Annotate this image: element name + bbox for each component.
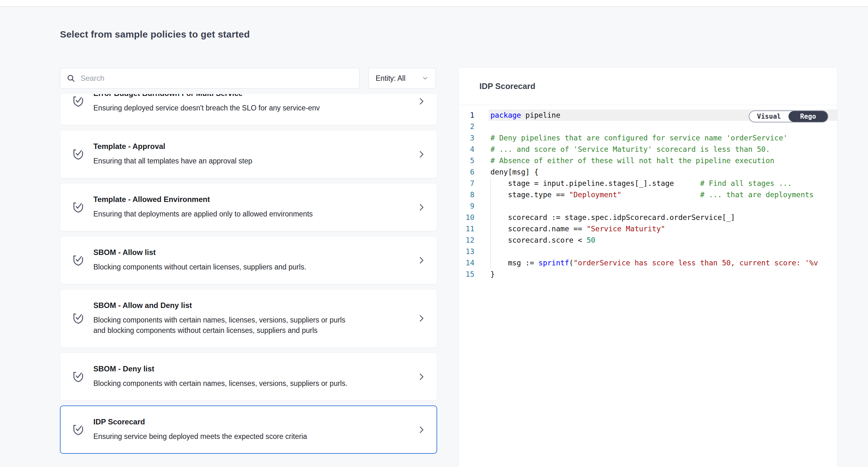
line-number: 14 [459, 257, 489, 268]
code-line: 14 msg := sprintf("orderService has scor… [459, 257, 837, 268]
line-text [489, 200, 837, 212]
chevron-right-icon [417, 150, 426, 159]
line-text [489, 121, 837, 132]
line-text: scorecard.name == "Service Maturity" [489, 223, 837, 234]
policy-title: Template - Allowed Environment [93, 195, 410, 204]
policy-shield-check-icon [71, 253, 85, 267]
line-text: # Absence of either of these will not ha… [489, 155, 837, 166]
line-number: 4 [459, 144, 489, 155]
policy-shield-check-icon [71, 147, 85, 161]
policy-title: IDP Scorecard [93, 417, 410, 426]
search-icon [67, 74, 75, 83]
line-text: msg := sprintf("orderService has score l… [489, 257, 837, 268]
code-line: 12 scorecard.score < 50 [459, 234, 837, 246]
code-line: 7 stage = input.pipeline.stages[_].stage… [459, 178, 837, 189]
policy-shield-check-icon [71, 94, 85, 108]
line-number: 12 [459, 234, 489, 246]
code-lines: 1 package pipeline 2 3 # Deny pipelines … [459, 110, 837, 280]
code-line: 15 } [459, 268, 837, 280]
code-line: 6 deny[msg] { [459, 166, 837, 178]
line-text: deny[msg] { [489, 166, 837, 178]
policy-card[interactable]: SBOM - Deny list Blocking components wit… [60, 352, 437, 401]
code-line: 5 # Absence of either of these will not … [459, 155, 837, 166]
policy-shield-check-icon [71, 312, 85, 325]
policy-card[interactable]: SBOM - Allow and Deny list Blocking comp… [60, 289, 437, 348]
entity-filter-dropdown[interactable]: Entity: All [368, 68, 436, 89]
line-text: } [489, 268, 837, 280]
toggle-visual-button[interactable]: Visual [749, 111, 788, 122]
policy-list: Error Budget Burndown For Multi Service … [60, 94, 437, 467]
policy-description: Ensuring service being deployed meets th… [93, 431, 351, 442]
code-line: 11 scorecard.name == "Service Maturity" [459, 223, 837, 234]
search-input[interactable] [81, 74, 353, 83]
line-number: 7 [459, 178, 489, 189]
policy-description: Ensuring that deployments are applied on… [93, 209, 351, 219]
policy-card[interactable]: Template - Allowed Environment Ensuring … [60, 183, 437, 231]
line-number: 8 [459, 189, 489, 200]
line-number: 1 [459, 110, 489, 121]
chevron-right-icon [417, 96, 426, 106]
page-title: Select from sample policies to get start… [60, 29, 250, 40]
code-line: 13 [459, 246, 837, 257]
line-text [489, 246, 837, 257]
line-number: 11 [459, 223, 489, 234]
line-text: stage = input.pipeline.stages[_].stage #… [489, 178, 837, 189]
line-text: # ... and score of 'Service Maturity' sc… [489, 144, 837, 155]
policy-description: Blocking components without certain lice… [93, 262, 351, 272]
toggle-rego-button[interactable]: Rego [788, 111, 828, 122]
line-text: scorecard := stage.spec.idpScorecard.ord… [489, 212, 837, 223]
policy-card[interactable]: SBOM - Allow list Blocking components wi… [60, 236, 437, 284]
policy-title: Template - Approval [93, 142, 410, 151]
line-number: 5 [459, 155, 489, 166]
line-number: 3 [459, 132, 489, 144]
top-bar [0, 0, 868, 7]
code-line: 10 scorecard := stage.spec.idpScorecard.… [459, 212, 837, 223]
policy-description: Ensuring deployed service doesn't breach… [93, 103, 351, 113]
chevron-down-icon [422, 75, 429, 82]
policy-card[interactable]: Template - Approval Ensuring that all te… [60, 130, 437, 178]
policy-shield-check-icon [71, 423, 85, 437]
policy-detail-panel: IDP Scorecard 1 package pipeline 2 3 # D… [458, 67, 837, 467]
policy-description: Ensuring that all templates have an appr… [93, 156, 351, 166]
detail-header: IDP Scorecard [459, 67, 837, 105]
code-line: 9 [459, 200, 837, 212]
search-box[interactable] [60, 68, 360, 89]
line-number: 9 [459, 200, 489, 212]
line-number: 15 [459, 268, 489, 280]
policy-shield-check-icon [71, 200, 85, 214]
code-line: 4 # ... and score of 'Service Maturity' … [459, 144, 837, 155]
detail-title: IDP Scorecard [479, 81, 535, 91]
code-line: 2 [459, 121, 837, 132]
chevron-right-icon [417, 203, 426, 212]
policy-title: SBOM - Allow and Deny list [93, 301, 410, 310]
line-text: scorecard.score < 50 [489, 234, 837, 246]
line-text: # Deny pipelines that are configured for… [489, 132, 837, 144]
line-number: 2 [459, 121, 489, 132]
policy-card[interactable]: Error Budget Burndown For Multi Service … [60, 94, 437, 125]
code-line: 3 # Deny pipelines that are configured f… [459, 132, 837, 144]
chevron-right-icon [417, 314, 426, 323]
policy-title: Error Budget Burndown For Multi Service [93, 94, 410, 98]
rego-code-editor[interactable]: 1 package pipeline 2 3 # Deny pipelines … [459, 105, 837, 280]
policy-card[interactable]: IDP Scorecard Ensuring service being dep… [60, 406, 437, 454]
policy-description: Blocking components with certain names, … [93, 378, 351, 389]
entity-filter-label: Entity: All [376, 74, 406, 83]
code-line: 8 stage.type == "Deployment" # ... that … [459, 189, 837, 200]
line-number: 13 [459, 246, 489, 257]
chevron-right-icon [417, 372, 426, 381]
view-mode-toggle: Visual Rego [749, 111, 828, 122]
policy-shield-check-icon [71, 370, 85, 384]
policy-title: SBOM - Deny list [93, 364, 410, 373]
policy-description: Blocking components with certain names, … [93, 315, 351, 336]
line-text: stage.type == "Deployment" # ... that ar… [489, 189, 837, 200]
line-number: 10 [459, 212, 489, 223]
chevron-right-icon [417, 256, 426, 265]
chevron-right-icon [417, 425, 426, 435]
policy-title: SBOM - Allow list [93, 248, 410, 257]
line-number: 6 [459, 166, 489, 178]
